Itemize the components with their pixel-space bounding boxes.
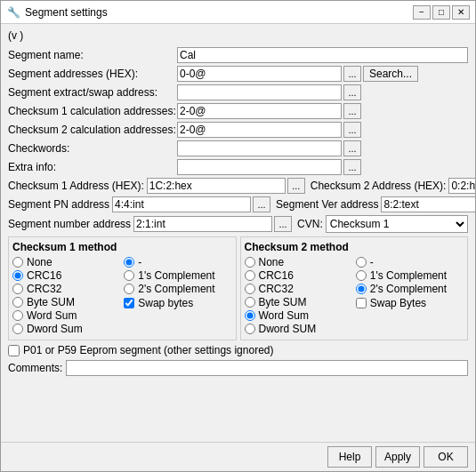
content-area: (v ) Segment name: Segment addresses (HE… [1, 24, 475, 442]
footer: Help Apply OK [1, 442, 475, 471]
segment-ver-input[interactable] [381, 196, 475, 212]
chk2-minus-label: - [370, 256, 374, 268]
comments-row: Comments: [8, 360, 468, 376]
chk2-minus-radio[interactable] [356, 257, 367, 268]
chk1-wordsum-option: Word Sum [12, 309, 120, 322]
extra-info-dots-button[interactable]: ... [343, 159, 361, 175]
pn-ver-row: Segment PN address ... Segment Ver addre… [8, 196, 468, 212]
checkwords-input[interactable] [177, 140, 342, 156]
chk2-crc16-radio[interactable] [245, 270, 255, 281]
extra-info-row: Extra info: ... [8, 159, 468, 175]
chk2-wordsum-option: Word Sum [245, 309, 352, 322]
segment-name-label: Segment name: [8, 49, 177, 61]
chk2-2comp-label: 2's Complement [370, 283, 447, 295]
chk2-none-radio[interactable] [245, 257, 255, 268]
number-cvn-row: Segment number address ... CVN: Checksum… [8, 215, 468, 233]
chk1-1comp-option: 1's Complement [124, 269, 231, 282]
chk2-bytesum-label: Byte SUM [259, 296, 307, 308]
chk1-crc16-radio[interactable] [12, 270, 23, 281]
chk2-1comp-label: 1's Complement [370, 269, 447, 282]
chk2-bytesum-radio[interactable] [245, 297, 255, 308]
chk1-crc32-radio[interactable] [12, 284, 23, 294]
chk2-crc32-radio[interactable] [245, 284, 255, 294]
window-icon: 🔧 [6, 5, 20, 20]
checksum1-addr-input[interactable] [147, 178, 286, 194]
chk1-2comp-option: 2's Complement [124, 283, 231, 295]
chk1-minus-radio[interactable] [124, 257, 134, 268]
ok-button[interactable]: OK [424, 446, 468, 468]
help-button[interactable]: Help [327, 446, 372, 468]
chk2-dwordsum-label: Dword SUM [259, 323, 317, 335]
checksum2-calc-dots-button[interactable]: ... [343, 122, 361, 138]
checksum1-addr-col: Checksum 1 Address (HEX): ... [8, 178, 305, 194]
title-buttons: − □ ✕ [413, 5, 470, 20]
title-bar: 🔧 Segment settings − □ ✕ [1, 1, 475, 24]
chk1-dwordsum-option: Dword Sum [12, 323, 120, 335]
extract-input[interactable] [177, 84, 342, 100]
p01-checkbox[interactable] [8, 345, 20, 356]
extract-dots-button[interactable]: ... [343, 84, 361, 100]
checksum-addr-row: Checksum 1 Address (HEX): ... Checksum 2… [8, 178, 468, 194]
checksum1-calc-row: Checksum 1 calculation addresses: ... [8, 103, 468, 119]
checksum1-calc-input[interactable] [177, 103, 342, 119]
maximize-button[interactable]: □ [432, 5, 450, 20]
chk1-bytesum-radio[interactable] [12, 297, 23, 308]
chk2-wordsum-radio[interactable] [245, 310, 255, 321]
segment-number-dots-button[interactable]: ... [274, 216, 292, 232]
extra-info-label: Extra info: [8, 161, 177, 173]
chk2-crc16-label: CRC16 [259, 269, 294, 282]
segment-number-input[interactable] [133, 216, 272, 232]
cvn-label: CVN: [297, 218, 323, 230]
minimize-button[interactable]: − [413, 5, 431, 20]
segment-addresses-dots-button[interactable]: ... [343, 66, 361, 82]
chk1-swap-checkbox[interactable] [124, 298, 134, 308]
version-label: (v ) [8, 29, 468, 42]
chk1-dwordsum-label: Dword Sum [27, 323, 83, 335]
checkwords-row: Checkwords: ... [8, 140, 468, 156]
segment-addresses-search-button[interactable]: Search... [363, 66, 418, 82]
chk1-none-radio[interactable] [12, 257, 23, 268]
segment-addresses-input[interactable] [177, 66, 342, 82]
chk2-1comp-radio[interactable] [356, 270, 367, 281]
p01-label: P01 or P59 Eeprom segment (other setting… [23, 344, 273, 356]
checksum2-addr-input[interactable] [448, 178, 475, 194]
close-button[interactable]: ✕ [452, 5, 470, 20]
chk1-wordsum-radio[interactable] [12, 310, 23, 321]
checkwords-dots-button[interactable]: ... [343, 140, 361, 156]
chk1-minus-label: - [138, 256, 141, 268]
chk2-2comp-option: 2's Complement [356, 283, 464, 295]
checksum1-addr-dots-button[interactable]: ... [287, 178, 305, 194]
chk2-swap-checkbox[interactable] [356, 298, 367, 308]
method-section: Checksum 1 method None CRC16 CRC32 [8, 236, 468, 340]
chk1-crc16-option: CRC16 [12, 269, 120, 282]
checksum2-method-inner: None CRC16 CRC32 Byte SUM Word Sum [245, 256, 464, 336]
checksum2-calc-label: Checksum 2 calculation addresses: [8, 124, 177, 136]
segment-pn-dots-button[interactable]: ... [253, 196, 270, 212]
chk2-crc16-option: CRC16 [245, 269, 352, 282]
cvn-select[interactable]: Checksum 1 Checksum 2 [326, 215, 468, 233]
checksum2-calc-input[interactable] [177, 122, 342, 138]
segment-name-input[interactable] [177, 47, 468, 63]
chk2-2comp-radio[interactable] [356, 284, 367, 294]
chk1-dwordsum-radio[interactable] [12, 324, 23, 334]
chk1-swap-label: Swap bytes [138, 297, 193, 309]
apply-button[interactable]: Apply [375, 446, 420, 468]
chk1-1comp-radio[interactable] [124, 270, 134, 281]
chk1-crc32-option: CRC32 [12, 283, 120, 295]
cvn-col: CVN: Checksum 1 Checksum 2 [297, 215, 468, 233]
segment-ver-label: Segment Ver address [276, 198, 378, 211]
checksum2-addr-label: Checksum 2 Address (HEX): [311, 180, 447, 192]
comments-input[interactable] [66, 360, 468, 376]
chk2-crc32-label: CRC32 [259, 283, 294, 295]
checksum1-method-title: Checksum 1 method [12, 241, 232, 253]
checksum1-calc-dots-button[interactable]: ... [343, 103, 361, 119]
chk1-wordsum-label: Word Sum [27, 309, 77, 322]
chk2-none-option: None [245, 256, 352, 268]
chk1-2comp-radio[interactable] [124, 284, 134, 294]
chk2-dwordsum-radio[interactable] [245, 324, 255, 334]
extra-info-input[interactable] [177, 159, 342, 175]
segment-pn-input[interactable] [112, 196, 251, 212]
chk1-bytesum-label: Byte SUM [27, 296, 75, 308]
chk2-crc32-option: CRC32 [245, 283, 352, 295]
chk2-minus-option: - [356, 256, 464, 268]
